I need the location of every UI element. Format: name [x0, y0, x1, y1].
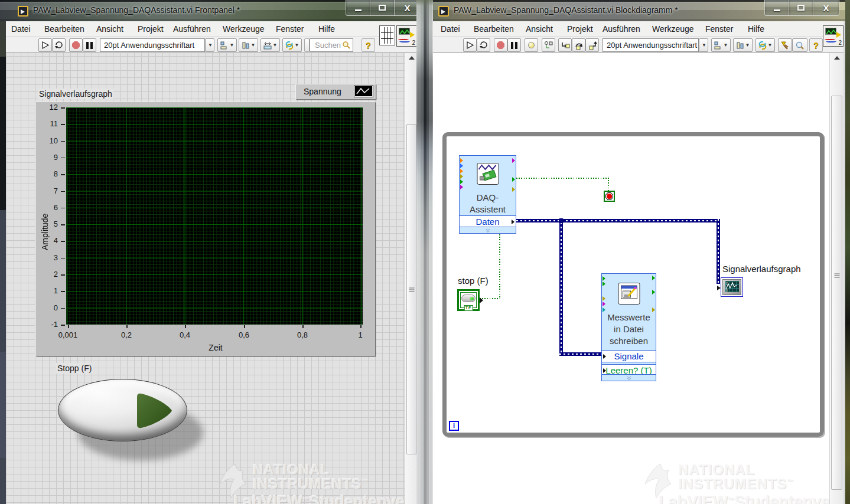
- graph-label[interactable]: Signalverlaufsgraph: [38, 89, 113, 99]
- y-tick-label: 1: [34, 287, 58, 295]
- menu-ausfhren[interactable]: Ausführen: [173, 24, 211, 34]
- menu-datei[interactable]: Datei: [11, 24, 31, 34]
- terminal-arrow-icon: [512, 177, 515, 182]
- waveform-graph-plot-area[interactable]: [66, 107, 363, 325]
- run-continuous-button[interactable]: [477, 38, 490, 52]
- wire-boolean-stop-v[interactable]: [499, 234, 500, 299]
- menu-hilfe[interactable]: Hilfe: [748, 24, 764, 34]
- daq-assistant-node[interactable]: DAQ- Assistent Daten: [459, 155, 516, 234]
- menu-datei[interactable]: Datei: [441, 24, 460, 34]
- wire-boolean-stop-sign-v[interactable]: [608, 178, 609, 191]
- menu-werkzeuge[interactable]: Werkzeuge: [652, 24, 694, 34]
- write-expand-chevron[interactable]: [601, 374, 656, 381]
- scroll-up-icon[interactable]: [405, 53, 418, 62]
- stop-boolean-terminal[interactable]: TF: [457, 289, 480, 311]
- abort-button[interactable]: [494, 38, 507, 52]
- wire-daten-main[interactable]: [516, 219, 720, 222]
- menu-projekt[interactable]: Projekt: [567, 24, 593, 34]
- front-panel-titlebar[interactable]: PAW_Labview_Spannung_DAQAssistant.vi Fro…: [0, 0, 421, 21]
- search-input[interactable]: Suchen: [310, 38, 353, 52]
- loop-iteration-terminal[interactable]: i: [449, 421, 459, 431]
- highlight-execution-icon[interactable]: [525, 38, 538, 52]
- font-selector[interactable]: 20pt Anwendungsschriftart: [100, 38, 205, 52]
- stop-button-label[interactable]: Stopp (F): [56, 363, 93, 374]
- run-button[interactable]: [463, 38, 477, 52]
- help-button[interactable]: ?: [809, 38, 823, 52]
- write-measurements-node[interactable]: Messwerte in Datei schreiben Signale Lee…: [601, 273, 656, 381]
- minimize-button[interactable]: [346, 0, 370, 16]
- reorder-button[interactable]: ▼: [282, 38, 302, 52]
- abort-button[interactable]: [69, 38, 83, 52]
- graph-terminal-label[interactable]: Signalverlaufsgraph: [722, 264, 801, 274]
- step-out-button[interactable]: [585, 38, 599, 52]
- labview-vi-icon: [18, 6, 28, 17]
- scroll-up-icon[interactable]: [830, 53, 844, 62]
- align-objects-button[interactable]: ▼: [217, 38, 237, 52]
- wire-daten-to-graph[interactable]: [717, 219, 720, 284]
- watermark-labview-right: LabVIEW™Studentenversion: [659, 493, 844, 504]
- close-button[interactable]: X: [813, 0, 839, 16]
- y-tick-mark: [61, 241, 65, 242]
- legend-plot-sample-icon[interactable]: [354, 86, 373, 97]
- daq-daten-row[interactable]: Daten: [459, 215, 516, 228]
- reorder-button[interactable]: ▼: [755, 38, 775, 52]
- menu-bearbeiten[interactable]: Bearbeiten: [474, 24, 514, 34]
- clean-up-diagram-button[interactable]: [778, 38, 792, 52]
- search-icon[interactable]: [792, 38, 807, 52]
- menu-werkzeuge[interactable]: Werkzeuge: [223, 24, 265, 34]
- distribute-objects-button[interactable]: ▼: [733, 38, 753, 52]
- desktop-edge: [845, 0, 850, 504]
- block-diagram-titlebar[interactable]: PAW_Labview_Spannung_DAQAssistant.vi Blo…: [429, 0, 845, 21]
- run-button[interactable]: [38, 38, 52, 52]
- pause-button[interactable]: [83, 38, 96, 52]
- menu-ansicht[interactable]: Ansicht: [526, 24, 553, 34]
- maximize-button[interactable]: [789, 0, 813, 16]
- y-tick-mark: [61, 308, 65, 309]
- menu-hilfe[interactable]: Hilfe: [318, 24, 335, 34]
- y-tick-mark: [61, 291, 65, 292]
- run-continuous-button[interactable]: [52, 38, 66, 52]
- font-selector[interactable]: 20pt Anwendungsschriftart: [603, 38, 699, 52]
- block-diagram-vscrollbar[interactable]: [829, 53, 844, 504]
- step-over-button[interactable]: [572, 38, 585, 52]
- search-splitter[interactable]: [304, 38, 310, 52]
- vi-icon-thumbnail[interactable]: 2: [396, 25, 417, 47]
- stop-terminal-label[interactable]: stop (F): [458, 276, 488, 286]
- step-into-button[interactable]: [558, 38, 572, 52]
- vi-icon-thumbnail[interactable]: 2: [823, 25, 844, 47]
- wire-boolean-stop-sign[interactable]: [516, 178, 609, 179]
- x-axis-label[interactable]: Zeit: [200, 343, 232, 352]
- menu-projekt[interactable]: Projekt: [138, 24, 164, 34]
- help-button[interactable]: ?: [362, 38, 375, 52]
- maximize-button[interactable]: [370, 0, 394, 16]
- front-panel-vscrollbar[interactable]: [405, 53, 418, 504]
- menu-fenster[interactable]: Fenster: [705, 24, 733, 34]
- retain-wire-values-icon[interactable]: [542, 38, 555, 52]
- menu-bearbeiten[interactable]: Bearbeiten: [44, 24, 84, 34]
- font-dropdown-icon[interactable]: ▼: [205, 38, 214, 52]
- graph-legend[interactable]: Spannung: [295, 84, 376, 99]
- front-panel-canvas[interactable]: Signalverlaufsgraph Spannung 12111098765…: [0, 53, 421, 504]
- terminal-arrow-icon: [460, 185, 463, 189]
- graph-terminal[interactable]: 20: [721, 277, 743, 297]
- menu-ausfhren[interactable]: Ausführen: [603, 24, 640, 34]
- stop-sign-indicator[interactable]: [604, 191, 615, 202]
- menu-fenster[interactable]: Fenster: [276, 24, 304, 34]
- resize-objects-button[interactable]: ▼: [260, 38, 280, 52]
- wire-daten-branch-h[interactable]: [559, 352, 601, 356]
- daq-expand-chevron[interactable]: [459, 227, 516, 234]
- menu-ansicht[interactable]: Ansicht: [96, 24, 123, 34]
- align-objects-button[interactable]: ▼: [711, 38, 731, 52]
- font-dropdown-icon[interactable]: ▼: [699, 38, 708, 52]
- y-axis-label[interactable]: Amplitude: [40, 194, 50, 270]
- pause-button[interactable]: [507, 38, 521, 52]
- terminal-arrow-icon: [460, 169, 463, 174]
- distribute-objects-button[interactable]: ▼: [239, 38, 258, 52]
- block-diagram-canvas[interactable]: DAQ- Assistent Daten: [429, 53, 844, 504]
- y-tick-label: 12: [34, 103, 58, 112]
- alignment-grid-icon[interactable]: [379, 25, 395, 45]
- wire-daten-branch-v[interactable]: [559, 222, 563, 356]
- x-tick-label: 1: [358, 330, 362, 339]
- minimize-button[interactable]: [764, 0, 789, 16]
- write-signale-row[interactable]: Signale: [601, 350, 656, 362]
